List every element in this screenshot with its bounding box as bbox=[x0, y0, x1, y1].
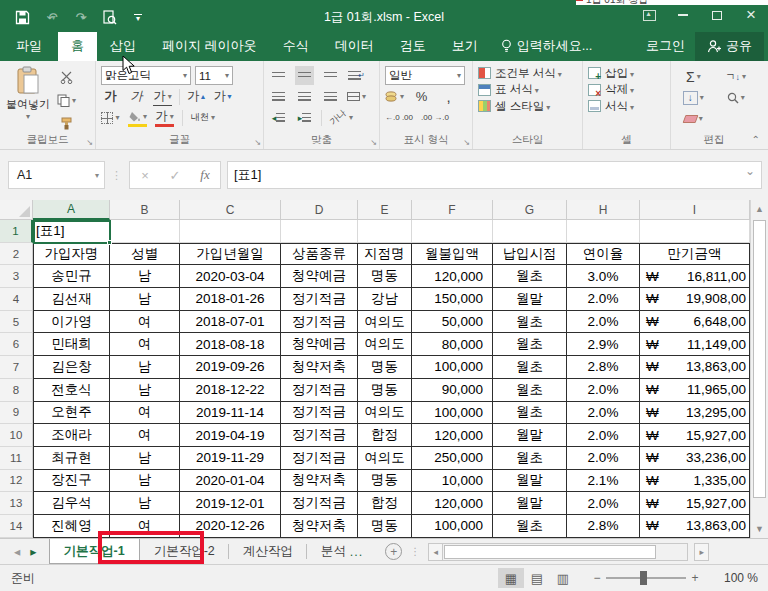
minimize-icon[interactable] bbox=[666, 1, 700, 29]
cell-A5[interactable]: 이가영 bbox=[33, 311, 110, 334]
cell-B9[interactable]: 여 bbox=[110, 402, 180, 425]
percent-style-icon[interactable]: % bbox=[412, 87, 431, 106]
column-header-D[interactable]: D bbox=[281, 200, 358, 220]
currency-format-icon[interactable] bbox=[385, 87, 404, 106]
scroll-right-icon[interactable]: ▸ bbox=[694, 543, 709, 561]
comma-style-icon[interactable]: , bbox=[439, 87, 458, 106]
cell-E9[interactable]: 여의도 bbox=[358, 402, 412, 425]
cell-E12[interactable]: 명동 bbox=[358, 470, 412, 493]
shrink-font-button[interactable]: 가▼ bbox=[213, 87, 232, 106]
cell-G5[interactable]: 월초 bbox=[493, 311, 567, 334]
cell-C3[interactable]: 2020-03-04 bbox=[180, 265, 281, 288]
cell-I14[interactable]: ₩13,863,00 bbox=[640, 515, 750, 538]
scroll-left-icon[interactable]: ◂ bbox=[428, 543, 443, 561]
cell-I13[interactable]: ₩15,927,00 bbox=[640, 492, 750, 515]
collapse-ribbon-icon[interactable]: ⌃ bbox=[752, 134, 760, 145]
cell-I6[interactable]: ₩11,149,00 bbox=[640, 333, 750, 356]
cell-D5[interactable]: 정기적금 bbox=[281, 311, 358, 334]
cell-C4[interactable]: 2018-01-26 bbox=[180, 288, 281, 311]
cell-D2[interactable]: 상품종류 bbox=[281, 243, 358, 266]
cell-G8[interactable]: 월초 bbox=[493, 379, 567, 402]
cell-E8[interactable]: 명동 bbox=[358, 379, 412, 402]
align-right-icon[interactable] bbox=[321, 87, 340, 106]
cell-E1[interactable] bbox=[358, 220, 412, 243]
new-sheet-icon[interactable]: + bbox=[385, 543, 402, 560]
cell-H5[interactable]: 2.0% bbox=[567, 311, 640, 334]
column-header-A[interactable]: A bbox=[33, 200, 110, 220]
cell-I5[interactable]: ₩6,648,00 bbox=[640, 311, 750, 334]
cell-C11[interactable]: 2019-11-29 bbox=[180, 447, 281, 470]
conditional-formatting-button[interactable]: 조건부 서식 bbox=[478, 66, 578, 81]
maximize-icon[interactable] bbox=[700, 1, 734, 29]
cell-F8[interactable]: 90,000 bbox=[412, 379, 493, 402]
increase-decimal-icon[interactable]: ←.0 .00 bbox=[385, 108, 413, 127]
cell-B12[interactable]: 남 bbox=[110, 470, 180, 493]
horizontal-scrollbar[interactable]: ◂ ▸ bbox=[428, 543, 709, 561]
undo-icon[interactable]: ↶▾ bbox=[41, 8, 61, 28]
cancel-entry-icon[interactable]: × bbox=[130, 168, 160, 183]
cell-F2[interactable]: 월불입액 bbox=[412, 243, 493, 266]
fill-icon[interactable]: ↓ bbox=[676, 88, 711, 107]
confirm-entry-icon[interactable]: ✓ bbox=[160, 168, 190, 183]
cell-F6[interactable]: 80,000 bbox=[412, 333, 493, 356]
redo-icon[interactable]: ↷▾ bbox=[70, 8, 90, 28]
bottom-align-icon[interactable] bbox=[321, 66, 340, 85]
cell-C5[interactable]: 2018-07-01 bbox=[180, 311, 281, 334]
sheet-tab-overflow[interactable]: 분석... bbox=[307, 539, 377, 564]
cell-C10[interactable]: 2019-04-19 bbox=[180, 424, 281, 447]
format-as-table-button[interactable]: 표 서식 bbox=[478, 82, 578, 97]
cell-A9[interactable]: 오현주 bbox=[33, 402, 110, 425]
save-icon[interactable] bbox=[12, 8, 32, 28]
middle-align-icon[interactable] bbox=[295, 66, 314, 85]
cell-A3[interactable]: 송민규 bbox=[33, 265, 110, 288]
row-header-7[interactable]: 7 bbox=[0, 356, 33, 379]
tab-file[interactable]: 파일 bbox=[0, 32, 58, 61]
cell-C9[interactable]: 2019-11-14 bbox=[180, 402, 281, 425]
cell-F11[interactable]: 250,000 bbox=[412, 447, 493, 470]
column-header-G[interactable]: G bbox=[493, 200, 567, 220]
cell-D8[interactable]: 정기적금 bbox=[281, 379, 358, 402]
cell-I12[interactable]: ₩1,335,00 bbox=[640, 470, 750, 493]
align-left-icon[interactable] bbox=[269, 87, 288, 106]
cell-A4[interactable]: 김선재 bbox=[33, 288, 110, 311]
font-dialog-launcher[interactable]: ↘ bbox=[254, 138, 261, 147]
align-center-icon[interactable] bbox=[295, 87, 314, 106]
close-icon[interactable] bbox=[734, 1, 768, 29]
grow-font-button[interactable]: 가▲ bbox=[187, 87, 206, 106]
cell-H10[interactable]: 2.0% bbox=[567, 424, 640, 447]
print-preview-icon[interactable] bbox=[99, 8, 119, 28]
cell-H9[interactable]: 2.0% bbox=[567, 402, 640, 425]
cell-I2[interactable]: 만기금액 bbox=[640, 243, 750, 266]
cell-B4[interactable]: 남 bbox=[110, 288, 180, 311]
number-dialog-launcher[interactable]: ↘ bbox=[463, 138, 470, 147]
cell-B1[interactable] bbox=[110, 220, 180, 243]
tab-home[interactable]: 홈 bbox=[58, 32, 97, 61]
paste-button[interactable]: 붙여넣기 ▾ bbox=[5, 66, 51, 133]
cell-G3[interactable]: 월초 bbox=[493, 265, 567, 288]
cell-D3[interactable]: 청약예금 bbox=[281, 265, 358, 288]
cell-E11[interactable]: 여의도 bbox=[358, 447, 412, 470]
cell-E3[interactable]: 명동 bbox=[358, 265, 412, 288]
cell-H13[interactable]: 2.0% bbox=[567, 492, 640, 515]
cell-F4[interactable]: 150,000 bbox=[412, 288, 493, 311]
cell-B11[interactable]: 남 bbox=[110, 447, 180, 470]
cell-G4[interactable]: 월말 bbox=[493, 288, 567, 311]
cell-A10[interactable]: 조애라 bbox=[33, 424, 110, 447]
cell-C12[interactable]: 2020-01-04 bbox=[180, 470, 281, 493]
alignment-dialog-launcher[interactable]: ↘ bbox=[370, 138, 377, 147]
row-header-1[interactable]: 1 bbox=[0, 220, 33, 243]
cell-H1[interactable] bbox=[567, 220, 640, 243]
cell-D4[interactable]: 정기적금 bbox=[281, 288, 358, 311]
cut-icon[interactable] bbox=[57, 68, 76, 87]
tab-view[interactable]: 보기 bbox=[439, 32, 491, 61]
cell-I9[interactable]: ₩13,295,00 bbox=[640, 402, 750, 425]
sheet-tab-3[interactable]: 계산작업 bbox=[229, 539, 307, 564]
sheet-tab-active[interactable]: 기본작업-1 bbox=[49, 539, 140, 564]
share-button[interactable]: 공유 bbox=[695, 32, 764, 61]
cell-F3[interactable]: 120,000 bbox=[412, 265, 493, 288]
cell-G10[interactable]: 월말 bbox=[493, 424, 567, 447]
cell-G6[interactable]: 월초 bbox=[493, 333, 567, 356]
cell-D1[interactable] bbox=[281, 220, 358, 243]
column-header-H[interactable]: H bbox=[567, 200, 640, 220]
horizontal-scroll-thumb[interactable] bbox=[444, 545, 656, 559]
